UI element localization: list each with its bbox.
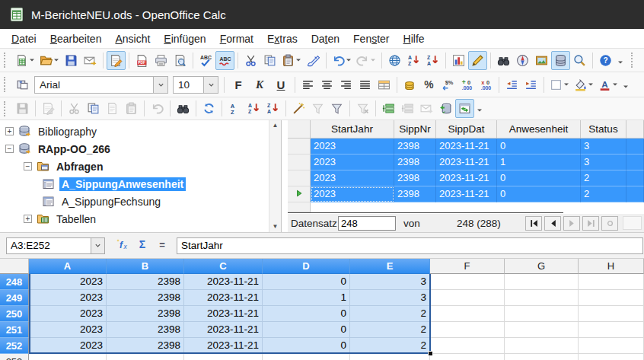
font-color-button[interactable]: A [596,75,620,94]
data-to-fields-button[interactable] [398,99,417,118]
cell[interactable]: 2 [581,170,626,186]
cell[interactable]: 0 [263,322,350,338]
cell[interactable] [430,338,505,354]
combo-arrow-button[interactable] [153,77,167,93]
cell[interactable]: 2023-11-21 [184,306,263,322]
autofilter-button[interactable] [289,99,308,118]
column-header-h[interactable]: H [579,259,644,274]
cell[interactable]: 0 [263,274,350,290]
currency-format-button[interactable] [400,75,419,94]
sort-ascending-button[interactable]: AZ [404,51,423,70]
current-record-indicator[interactable] [288,186,311,202]
column-header-e[interactable]: E [350,259,430,274]
reset-filter-button[interactable] [353,99,372,118]
function-button[interactable]: = [152,237,172,255]
tree-item-tabellen[interactable]: + Tabellen [0,210,281,228]
column-header-c[interactable]: C [184,259,263,274]
draw-functions-button[interactable] [468,51,487,70]
select-all-corner[interactable] [0,259,29,274]
email-button[interactable] [81,51,100,70]
background-color-button[interactable] [572,75,596,94]
cell[interactable] [263,354,350,360]
italic-button[interactable]: K [249,75,270,94]
cell[interactable] [430,354,505,360]
combo-arrow-button[interactable] [203,77,218,93]
find-record-button[interactable] [174,99,193,118]
find-replace-button[interactable] [494,51,513,70]
toolbar-overflow-button[interactable] [615,51,625,70]
standard-format-button[interactable]: $% [438,75,457,94]
undo-button[interactable] [330,51,354,70]
gallery-button[interactable] [532,51,551,70]
sum-button[interactable]: Σ [132,237,152,255]
row-selector[interactable] [288,139,311,155]
collapse-icon[interactable]: − [5,145,14,153]
explorer-on-off-button[interactable] [455,99,474,118]
cell[interactable]: 1 [497,155,581,170]
align-left-button[interactable] [298,75,317,94]
row-header[interactable]: 253 [0,354,29,360]
menu-fenster[interactable]: Fenster [346,30,396,47]
cell[interactable]: 3 [350,290,430,306]
name-box-input[interactable] [7,240,91,251]
cut-button[interactable] [241,51,260,70]
tree-item-abfragen[interactable]: − Abfragen [0,158,281,175]
cell[interactable] [505,322,579,338]
hyperlink-button[interactable] [385,51,404,70]
tree-scrollbar[interactable]: ▲ ▼ [269,120,281,232]
cell[interactable]: 2023 [311,170,394,186]
cell[interactable]: 2023-11-21 [436,139,497,155]
grid-row[interactable]: 2023 2398 2023-11-21 0 2 [288,170,644,186]
tree-item-rapp-oo-266[interactable]: − RApp-OO_266 [0,140,281,158]
menu-daten[interactable]: Daten [304,30,346,47]
undo-data-button[interactable] [148,99,167,118]
record-number-input[interactable] [338,216,396,231]
align-right-button[interactable] [336,75,355,94]
cell[interactable] [579,290,644,306]
cell[interactable]: 2398 [394,186,436,202]
cell[interactable]: 3 [581,155,626,170]
cell[interactable] [579,274,644,290]
expand-icon[interactable]: + [5,127,14,135]
cell[interactable] [505,306,579,322]
help-button[interactable]: ? [596,51,615,70]
row-header[interactable]: 252 [0,338,29,354]
apply-filter-button[interactable] [308,99,327,118]
cell[interactable] [430,322,505,338]
cell[interactable]: 2023 [311,155,394,170]
cell[interactable]: 2023-11-21 [184,322,263,338]
menu-datei[interactable]: Datei [5,30,43,47]
document-button[interactable] [103,99,122,118]
scroll-up-icon[interactable]: ▲ [273,122,279,129]
font-name-combobox[interactable]: Arial [34,76,168,94]
row-selector[interactable] [288,202,311,212]
edit-data-button[interactable] [39,99,58,118]
format-paintbrush-button[interactable] [304,51,323,70]
navigator-button[interactable] [513,51,532,70]
new-document-button[interactable] [13,51,37,70]
increase-indent-button[interactable] [521,75,540,94]
align-center-button[interactable] [317,75,336,94]
toolbar-overflow-button[interactable] [474,99,484,118]
cell[interactable] [430,290,505,306]
column-header-b[interactable]: B [107,259,184,274]
cell[interactable]: 2398 [107,290,184,306]
name-box-arrow-button[interactable] [91,238,104,253]
cell[interactable] [579,354,644,360]
tree-item-a-sippunganwesenheit[interactable]: A_SippungAnwesenheit [0,175,281,193]
data-source-of-document-button[interactable] [436,99,455,118]
cell[interactable] [579,322,644,338]
row-header[interactable]: 248 [0,274,29,290]
cell[interactable] [107,354,184,360]
new-record-button[interactable] [601,216,618,231]
cell[interactable]: 2398 [107,274,184,290]
styles-button[interactable] [13,75,32,94]
print-button[interactable] [151,51,171,70]
first-record-button[interactable] [525,216,542,231]
column-header-startjahr[interactable]: StartJahr [311,120,394,139]
menu-ansicht[interactable]: Ansicht [108,30,157,47]
cell[interactable]: 2023 [29,338,107,354]
toolbar-overflow-button[interactable] [620,75,630,94]
cell[interactable] [430,306,505,322]
auto-spellcheck-button[interactable]: ABC [215,51,234,70]
